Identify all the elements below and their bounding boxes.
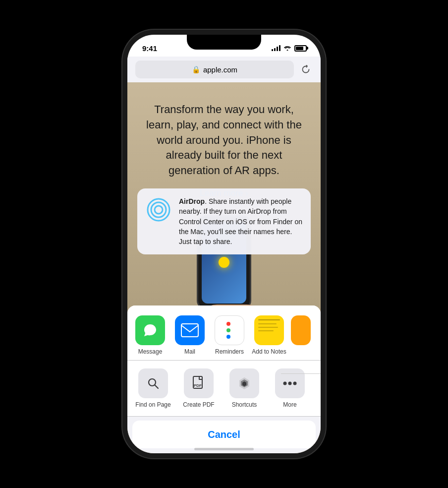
lock-icon: 🔒 bbox=[192, 65, 200, 73]
create-pdf-icon: PDF bbox=[184, 368, 214, 398]
actions-row: Find on Page PDF Create PDF bbox=[127, 361, 321, 416]
create-pdf-label: Create PDF bbox=[183, 401, 214, 408]
svg-point-13 bbox=[293, 382, 297, 385]
action-find-on-page[interactable]: Find on Page bbox=[132, 368, 174, 408]
more-icon bbox=[275, 368, 305, 398]
url-text: apple.com bbox=[203, 65, 237, 74]
notes-app-label: Add to Notes bbox=[252, 348, 286, 355]
browser-bar: 🔒 apple.com bbox=[127, 57, 321, 82]
apps-row: Message Mail bbox=[127, 305, 321, 360]
svg-text:PDF: PDF bbox=[194, 383, 202, 388]
message-app-icon bbox=[135, 315, 165, 345]
mail-app-label: Mail bbox=[184, 348, 195, 355]
site-headline: Transform the way you work, learn, play,… bbox=[142, 102, 306, 179]
site-headline-area: Transform the way you work, learn, play,… bbox=[127, 102, 321, 198]
find-on-page-icon bbox=[138, 368, 168, 398]
share-app-reminders[interactable]: Reminders bbox=[212, 315, 247, 355]
action-shortcuts[interactable]: Shortcuts bbox=[224, 368, 265, 408]
message-app-label: Message bbox=[138, 348, 163, 355]
time-display: 9:41 bbox=[139, 44, 157, 53]
more-label: More bbox=[283, 401, 296, 408]
svg-point-1 bbox=[151, 202, 166, 217]
more-app-icon bbox=[291, 315, 311, 345]
signal-icon bbox=[272, 45, 280, 51]
url-bar[interactable]: 🔒 apple.com bbox=[135, 61, 294, 78]
svg-point-12 bbox=[288, 382, 292, 385]
cancel-button[interactable]: Cancel bbox=[132, 421, 316, 448]
mail-app-icon bbox=[175, 315, 205, 345]
connector-line bbox=[281, 373, 321, 374]
airdrop-description: AirDrop. Share instantly with people nea… bbox=[179, 196, 303, 246]
notes-app-icon bbox=[254, 315, 284, 345]
notch bbox=[187, 35, 261, 50]
find-on-page-label: Find on Page bbox=[135, 401, 170, 408]
phone-frame: 9:41 🔒 apple.com bbox=[127, 35, 321, 453]
action-more[interactable]: More bbox=[269, 368, 311, 408]
reminders-app-icon bbox=[215, 315, 244, 345]
svg-point-11 bbox=[283, 382, 287, 385]
reload-button[interactable] bbox=[299, 62, 313, 76]
share-app-partial[interactable] bbox=[291, 315, 311, 355]
action-create-pdf[interactable]: PDF Create PDF bbox=[178, 368, 220, 408]
share-app-mail[interactable]: Mail bbox=[172, 315, 208, 355]
status-icons bbox=[272, 45, 309, 52]
share-app-notes[interactable]: Add to Notes bbox=[251, 315, 287, 355]
svg-line-5 bbox=[155, 385, 159, 389]
wifi-icon bbox=[283, 45, 291, 52]
shortcuts-icon bbox=[229, 368, 259, 398]
share-app-message[interactable]: Message bbox=[132, 315, 168, 355]
share-sheet: Message Mail bbox=[127, 305, 321, 453]
home-indicator bbox=[194, 448, 254, 450]
sheet-divider-2 bbox=[127, 416, 321, 417]
reminders-app-label: Reminders bbox=[215, 348, 244, 355]
battery-icon bbox=[294, 45, 307, 52]
svg-rect-3 bbox=[181, 324, 198, 337]
airdrop-icon bbox=[145, 196, 172, 223]
svg-point-0 bbox=[155, 206, 163, 214]
airdrop-tooltip: AirDrop. Share instantly with people nea… bbox=[137, 188, 311, 254]
shortcuts-label: Shortcuts bbox=[232, 401, 257, 408]
